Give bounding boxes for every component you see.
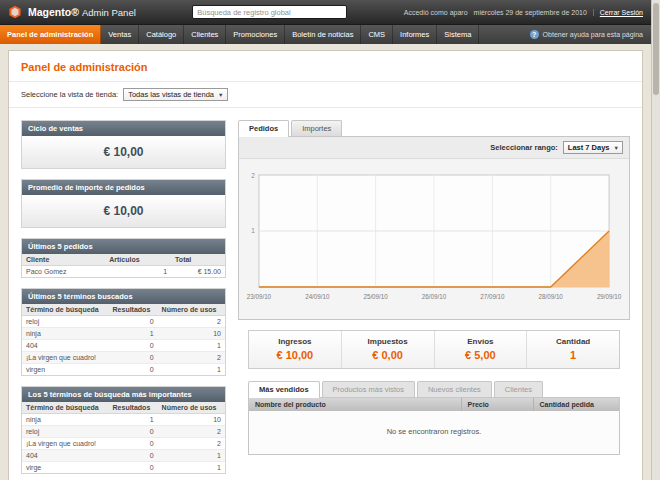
bestsellers-grid: Nombre del producto Precio Cantidad pedi… [248, 397, 620, 455]
left-column: Ciclo de ventas € 10,00 Promedio de impo… [21, 120, 226, 480]
nav-item-system[interactable]: Sistema [437, 25, 479, 44]
tab-pedidos[interactable]: Pedidos [238, 120, 289, 137]
range-selected-value: Last 7 Days [568, 143, 610, 152]
cell-results: 0 [109, 316, 158, 328]
last-orders-table: Cliente Artículos Total Paco Gomez 1 € 1… [22, 254, 225, 277]
magento-logo-icon [8, 5, 22, 19]
table-row[interactable]: ninja 1 10 [22, 414, 225, 426]
cell-results: 1 [109, 328, 158, 340]
store-view-select[interactable]: Todas las vistas de tienda ▼ [123, 88, 227, 101]
total-value: 1 [531, 349, 615, 361]
cell-term: ¡La virgen que cuadro! [22, 438, 109, 450]
logged-in-text: Accedió como aparo [404, 9, 468, 16]
orders-chart-panel: Seleccionar rango: Last 7 Days ▼ [238, 136, 630, 320]
column-header: Resultados [109, 402, 158, 414]
main-nav: Panel de administración Ventas Catálogo … [0, 25, 651, 44]
total-label: Impuestos [346, 337, 430, 346]
nav-item-sales[interactable]: Ventas [101, 25, 139, 44]
table-row[interactable]: ¡La virgen que cuadro! 0 2 [22, 438, 225, 450]
x-tick: 28/09/10 [539, 293, 564, 300]
nav-item-reports[interactable]: Informes [393, 25, 437, 44]
nav-item-dashboard[interactable]: Panel de administración [0, 25, 101, 44]
lifetime-sales-title: Ciclo de ventas [22, 121, 225, 136]
last-search-terms-table: Término de búsqueda Resultados Número de… [22, 304, 225, 375]
store-view-selected-value: Todas las vistas de tienda [128, 90, 214, 99]
vertical-scrollbar[interactable] [651, 0, 660, 480]
cell-term: 404 [22, 450, 109, 462]
tab-productos-mas-vistos: Productos más vistos [322, 381, 415, 397]
total-impuestos: Impuestos € 0,00 [341, 331, 434, 368]
scrollbar-thumb[interactable] [653, 3, 659, 95]
grid-tabs: Más vendidos Productos más vistos Nuevos… [248, 381, 620, 397]
table-row[interactable]: Paco Gomez 1 € 15.00 [22, 266, 225, 278]
cell-items: 1 [105, 266, 171, 278]
chevron-down-icon: ▼ [614, 145, 619, 151]
tab-clientes: Clientes [494, 381, 543, 397]
nav-item-promotions[interactable]: Promociones [226, 25, 285, 44]
table-row[interactable]: ninja 1 10 [22, 328, 225, 340]
x-tick: 29/09/10 [597, 293, 622, 300]
table-row[interactable]: reloj 0 2 [22, 426, 225, 438]
chart-area: 2 1 23/09/10 24/09/10 25/09/10 26/09/10 … [239, 159, 629, 319]
grid-empty-message: No se encontraron registros. [249, 411, 619, 454]
chevron-down-icon: ▼ [218, 92, 223, 98]
brand-name: Magento® [28, 6, 79, 18]
top-search-terms-box: Los 5 términos de búsqueda más important… [21, 386, 226, 474]
top-search-terms-table: Término de búsqueda Resultados Número de… [22, 402, 225, 473]
tab-mas-vendidos[interactable]: Más vendidos [248, 381, 320, 398]
global-search-zone [142, 5, 398, 19]
cell-results: 0 [109, 352, 158, 364]
average-orders-box: Promedio de importe de pedidos € 10,00 [21, 179, 226, 228]
table-row[interactable]: 404 0 1 [22, 450, 225, 462]
grid-column-product: Nombre del producto [249, 398, 461, 411]
help-link[interactable]: ? Obtener ayuda para esta página [530, 25, 651, 44]
nav-item-newsletter[interactable]: Boletín de noticias [285, 25, 361, 44]
cell-term: virgen [22, 364, 109, 376]
right-column: Pedidos Importes Seleccionar rango: Last… [238, 120, 630, 455]
cell-results: 0 [109, 450, 158, 462]
cell-uses: 1 [158, 450, 225, 462]
column-header: Resultados [109, 304, 158, 316]
cell-term: ninja [22, 328, 109, 340]
nav-item-catalog[interactable]: Catálogo [139, 25, 184, 44]
table-row[interactable]: 404 0 1 [22, 340, 225, 352]
total-value: € 10,00 [253, 349, 337, 361]
global-search-input[interactable] [192, 5, 347, 19]
top-header: Magento®Admin Panel Accedió como aparo m… [0, 0, 651, 25]
tab-importes[interactable]: Importes [291, 120, 342, 136]
x-tick: 24/09/10 [305, 293, 330, 300]
cell-results: 0 [109, 426, 158, 438]
total-envios: Envíos € 5,00 [434, 331, 527, 368]
lifetime-sales-box: Ciclo de ventas € 10,00 [21, 120, 226, 169]
nav-item-cms[interactable]: CMS [361, 25, 393, 44]
x-tick: 25/09/10 [363, 293, 388, 300]
cell-term: reloj [22, 316, 109, 328]
table-row[interactable]: ¡La virgen que cuadro! 0 2 [22, 352, 225, 364]
total-cantidad: Cantidad 1 [526, 331, 619, 368]
cell-uses: 10 [158, 328, 225, 340]
table-row[interactable]: virgen 0 1 [22, 364, 225, 376]
cell-uses: 1 [158, 364, 225, 376]
total-value: € 0,00 [346, 349, 430, 361]
cell-term: 404 [22, 340, 109, 352]
column-header: Término de búsqueda [22, 402, 109, 414]
nav-item-customers[interactable]: Clientes [184, 25, 226, 44]
range-select[interactable]: Last 7 Days ▼ [563, 141, 623, 154]
totals-bar: Ingresos € 10,00 Impuestos € 0,00 Envíos… [248, 330, 620, 369]
cell-total: € 15.00 [171, 266, 225, 278]
header-date: miércoles 29 de septiembre de 2010 [474, 9, 587, 16]
cell-term: ¡La virgen que cuadro! [22, 352, 109, 364]
header-right: Accedió como aparo miércoles 29 de septi… [404, 9, 643, 16]
table-row[interactable]: reloj 0 2 [22, 316, 225, 328]
last-orders-title: Últimos 5 pedidos [22, 239, 225, 254]
table-row[interactable]: virge 0 1 [22, 462, 225, 474]
grid-column-qty: Cantidad pedida [533, 398, 619, 411]
average-orders-title: Promedio de importe de pedidos [22, 180, 225, 195]
cell-term: virge [22, 462, 109, 474]
cell-uses: 1 [158, 340, 225, 352]
x-tick: 26/09/10 [422, 293, 447, 300]
top-search-terms-title: Los 5 términos de búsqueda más important… [22, 387, 225, 402]
brand-title: Magento®Admin Panel [28, 6, 136, 18]
store-view-row: Seleccione la vista de tienda: Todas las… [9, 81, 642, 108]
logout-link[interactable]: Cerrar Sesión [593, 9, 643, 16]
